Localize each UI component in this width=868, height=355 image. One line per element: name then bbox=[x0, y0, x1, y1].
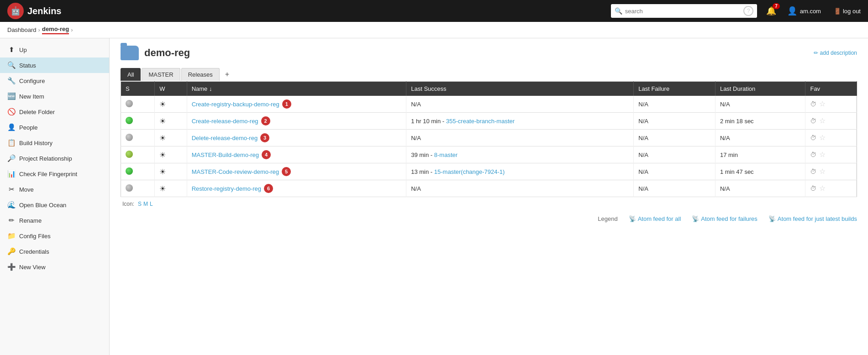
job-link[interactable]: MASTER-Build-demo-reg bbox=[192, 151, 259, 158]
tab-releases[interactable]: Releases bbox=[181, 68, 220, 81]
sidebar-item-new-view[interactable]: ➕ New View bbox=[0, 259, 109, 275]
sidebar-item-rename[interactable]: ✏ Rename bbox=[0, 213, 109, 228]
weather-cell: ☀ bbox=[155, 180, 187, 197]
schedule-icon[interactable]: ⏱ bbox=[810, 151, 816, 158]
atom-feed-latest-label: Atom feed for just latest builds bbox=[778, 215, 857, 222]
add-description-link[interactable]: ✏ add description bbox=[814, 50, 857, 56]
last-success-link[interactable]: 355-create-branch-master bbox=[446, 118, 515, 125]
user-email: am.com bbox=[800, 8, 821, 15]
feed-all-icon: 📡 bbox=[629, 215, 636, 222]
jenkins-logo[interactable]: 🤖 Jenkins bbox=[7, 3, 61, 19]
configure-icon: 🔧 bbox=[7, 77, 16, 85]
table-row: ☀ Create-registry-backup-demo-reg 1 N/A … bbox=[121, 96, 857, 113]
icon-size-m[interactable]: M bbox=[143, 201, 148, 207]
status-ball bbox=[126, 184, 133, 192]
sidebar-item-label-up: Up bbox=[19, 47, 27, 53]
content: demo-reg ✏ add description All MASTER Re… bbox=[110, 38, 868, 355]
schedule-icon[interactable]: ⏱ bbox=[810, 134, 816, 141]
sidebar-item-people[interactable]: 👤 People bbox=[0, 120, 109, 135]
build-num-badge: 5 bbox=[282, 167, 291, 176]
atom-feed-failures-link[interactable]: 📡 Atom feed for failures bbox=[692, 215, 758, 222]
job-link[interactable]: Restore-registry-demo-reg bbox=[192, 185, 261, 192]
table-row: ☀ MASTER-Code-review-demo-reg 5 13 min -… bbox=[121, 163, 857, 180]
sidebar-item-label-new-view: New View bbox=[19, 264, 46, 271]
last-failure-cell: N/A bbox=[634, 180, 715, 197]
sidebar-item-open-blue-ocean[interactable]: 🌊 Open Blue Ocean bbox=[0, 197, 109, 213]
weather-icon: ☀ bbox=[159, 134, 166, 142]
last-success-text: N/A bbox=[411, 185, 421, 192]
sidebar-item-up[interactable]: ⬆ Up bbox=[0, 42, 109, 57]
breadcrumb-separator: › bbox=[38, 26, 40, 33]
sidebar-item-project-relationship[interactable]: 🔎 Project Relationship bbox=[0, 151, 109, 166]
search-icon: 🔍 bbox=[615, 7, 622, 15]
weather-icon: ☀ bbox=[159, 185, 166, 193]
schedule-icon[interactable]: ⏱ bbox=[810, 168, 816, 175]
status-cell bbox=[121, 146, 155, 163]
name-cell: MASTER-Build-demo-reg 4 bbox=[187, 146, 406, 163]
favorite-star[interactable]: ☆ bbox=[819, 184, 826, 193]
atom-feed-latest-link[interactable]: 📡 Atom feed for just latest builds bbox=[768, 215, 857, 222]
atom-feed-all-label: Atom feed for all bbox=[638, 215, 681, 222]
icon-size-s[interactable]: S bbox=[138, 201, 142, 207]
tab-master[interactable]: MASTER bbox=[142, 68, 180, 81]
new-view-icon: ➕ bbox=[7, 263, 16, 271]
name-cell: Create-registry-backup-demo-reg 1 bbox=[187, 96, 406, 113]
search-help-icon[interactable]: ? bbox=[743, 6, 753, 16]
project-relationship-icon: 🔎 bbox=[7, 154, 16, 162]
sidebar-item-label-move: Move bbox=[19, 186, 34, 193]
sidebar-item-label-open-blue-ocean: Open Blue Ocean bbox=[19, 202, 66, 209]
notification-bell[interactable]: 🔔 7 bbox=[766, 6, 776, 16]
col-header-w: W bbox=[155, 82, 187, 96]
sidebar-item-status[interactable]: 🔍 Status bbox=[0, 57, 109, 73]
sidebar-item-credentials[interactable]: 🔑 Credentials bbox=[0, 244, 109, 259]
favorite-star[interactable]: ☆ bbox=[819, 133, 826, 142]
sidebar-item-build-history[interactable]: 📋 Build History bbox=[0, 135, 109, 151]
schedule-icon[interactable]: ⏱ bbox=[810, 117, 816, 125]
sidebar-item-config-files[interactable]: 📁 Config Files bbox=[0, 228, 109, 244]
favorite-star[interactable]: ☆ bbox=[819, 99, 826, 108]
icon-size-l[interactable]: L bbox=[150, 201, 153, 207]
fav-cell: ⏱ ☆ bbox=[805, 96, 857, 112]
main-layout: ⬆ Up 🔍 Status 🔧 Configure 🆕 New Item 🚫 D… bbox=[0, 38, 868, 355]
tab-all[interactable]: All bbox=[121, 68, 141, 81]
sidebar-item-new-item[interactable]: 🆕 New Item bbox=[0, 89, 109, 104]
search-input[interactable] bbox=[625, 8, 739, 15]
tab-add-button[interactable]: + bbox=[221, 68, 234, 81]
sidebar-item-delete-folder[interactable]: 🚫 Delete Folder bbox=[0, 104, 109, 120]
last-success-cell: N/A bbox=[406, 180, 634, 197]
favorite-star[interactable]: ☆ bbox=[819, 167, 826, 176]
sidebar-item-label-check-file-fingerprint: Check File Fingerprint bbox=[19, 171, 77, 178]
last-success-link[interactable]: 15-master(change-7924-1) bbox=[434, 168, 505, 175]
last-success-link[interactable]: 8-master bbox=[434, 151, 458, 158]
sidebar-item-move[interactable]: ✂ Move bbox=[0, 182, 109, 197]
last-success-cell: 13 min - 15-master(change-7924-1) bbox=[406, 163, 634, 180]
sidebar-item-label-new-item: New Item bbox=[19, 93, 44, 100]
logout-button[interactable]: 🚪 log out bbox=[834, 8, 861, 15]
job-link[interactable]: Create-registry-backup-demo-reg bbox=[192, 101, 279, 108]
schedule-icon[interactable]: ⏱ bbox=[810, 185, 816, 192]
weather-cell: ☀ bbox=[155, 96, 187, 113]
col-header-last-failure: Last Failure bbox=[634, 82, 715, 96]
favorite-star[interactable]: ☆ bbox=[819, 150, 826, 159]
status-cell bbox=[121, 113, 155, 130]
build-num-badge: 3 bbox=[260, 133, 269, 142]
build-num-badge: 1 bbox=[282, 99, 291, 109]
favorite-star[interactable]: ☆ bbox=[819, 116, 826, 125]
sidebar-item-configure[interactable]: 🔧 Configure bbox=[0, 73, 109, 89]
legend-link[interactable]: Legend bbox=[598, 215, 617, 222]
atom-feed-all-link[interactable]: 📡 Atom feed for all bbox=[629, 215, 681, 222]
page-title: demo-reg bbox=[144, 47, 190, 59]
breadcrumb-dashboard[interactable]: Dashboard bbox=[7, 26, 37, 33]
job-link[interactable]: MASTER-Code-review-demo-reg bbox=[192, 168, 279, 175]
fav-cell: ⏱ ☆ bbox=[805, 113, 857, 129]
job-link[interactable]: Delete-release-demo-reg bbox=[192, 135, 258, 141]
credentials-icon: 🔑 bbox=[7, 247, 16, 256]
col-header-s: S bbox=[121, 82, 155, 96]
sidebar-item-check-file-fingerprint[interactable]: 📊 Check File Fingerprint bbox=[0, 166, 109, 182]
bottom-links: Legend 📡 Atom feed for all 📡 Atom feed f… bbox=[121, 211, 857, 227]
job-link[interactable]: Create-release-demo-reg bbox=[192, 118, 258, 125]
sidebar-item-label-config-files: Config Files bbox=[19, 233, 51, 240]
folder-icon bbox=[121, 46, 139, 60]
build-num-badge: 2 bbox=[261, 116, 270, 125]
schedule-icon[interactable]: ⏱ bbox=[810, 100, 816, 108]
